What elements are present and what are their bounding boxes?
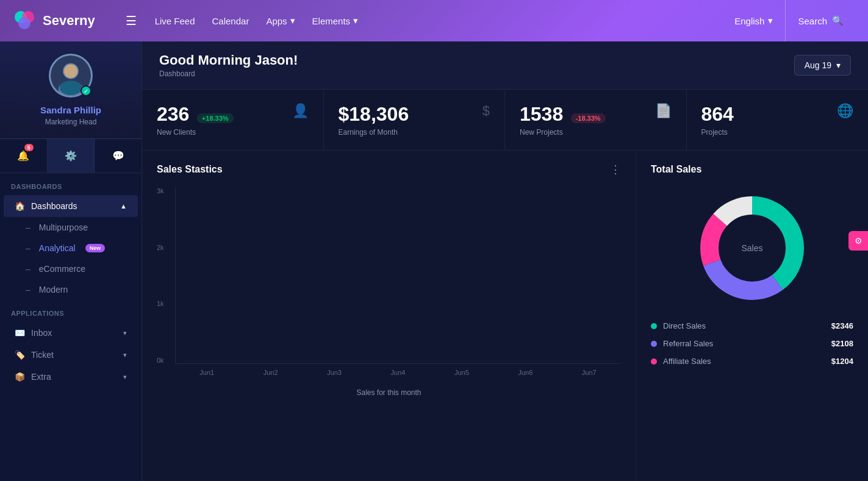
stat-number-total-projects: 864 (701, 103, 734, 126)
x-label-Jun3: Jun3 (303, 364, 366, 382)
clients-icon: 👤 (292, 103, 309, 119)
legend-item-referral: Referral Sales $2108 (651, 339, 853, 348)
stat-label-earnings: Earnings of Month (339, 128, 409, 137)
x-label-Jun5: Jun5 (430, 364, 493, 382)
legend-value-direct: $2346 (831, 321, 853, 330)
sidebar-item-extra[interactable]: 📦 Extra ▾ (4, 366, 138, 388)
charts-row: ⋮ Sales Stastics 3k 2k 1k 0k Jun1Jun2Jun… (142, 151, 868, 481)
bar-chart-wrap: 3k 2k 1k 0k Jun1Jun2Jun3Jun4Jun5Jun6Jun7 (157, 187, 621, 382)
stat-label-projects: New Projects (520, 128, 606, 137)
language-selector[interactable]: English ▾ (722, 0, 786, 41)
settings-tab-icon: ⚙ (855, 236, 863, 246)
home-icon: 🏠 (15, 201, 25, 211)
sidebar-item-modern[interactable]: Modern (4, 279, 138, 300)
chart-more-button[interactable]: ⋮ (610, 163, 621, 176)
legend-dot-referral (651, 341, 657, 347)
chart-header: ⋮ Sales Stastics (157, 164, 621, 175)
search-icon: 🔍 (832, 15, 844, 26)
earnings-icon: $ (482, 103, 490, 119)
stat-number-projects: 1538 -18.33% (520, 103, 606, 126)
avatar-wrap: ✓ (49, 54, 93, 98)
chat-icon: 💬 (112, 150, 124, 162)
settings-button[interactable]: ⚙️ (48, 139, 95, 173)
notifications-button[interactable]: 🔔 5 (0, 139, 48, 173)
messages-button[interactable]: 💬 (95, 139, 142, 173)
x-label-Jun4: Jun4 (366, 364, 429, 382)
globe-icon: 🌐 (837, 103, 853, 119)
stat-label-clients: New Clients (157, 128, 234, 137)
profile-name: Sandra Phillip (40, 105, 101, 115)
legend-item-affiliate: Affiliate Sales $1204 (651, 357, 853, 366)
inbox-icon: ✉️ (15, 328, 25, 338)
main-content: Good Morning Jason! Dashboard Aug 19 ▾ 2… (142, 41, 868, 481)
extra-icon: 📦 (15, 372, 25, 382)
nav-links: Live Feed Calendar Apps ▾ Elements ▾ (155, 15, 705, 26)
sidebar: ✓ Sandra Phillip Marketing Head 🔔 5 ⚙️ 💬… (0, 41, 142, 481)
stats-row: 236 +18.33% New Clients 👤 $18,306 Earnin… (142, 90, 868, 151)
sidebar-item-multipurpose[interactable]: Multipurpose (4, 217, 138, 238)
x-label-Jun2: Jun2 (239, 364, 302, 382)
stat-badge-projects: -18.33% (571, 113, 606, 123)
header-left: Good Morning Jason! Dashboard (159, 52, 298, 78)
x-label-Jun7: Jun7 (558, 364, 621, 382)
bar-chart-area (175, 187, 621, 364)
y-axis-labels: 3k 2k 1k 0k (157, 187, 164, 364)
lang-chevron-icon: ▾ (768, 15, 773, 26)
x-label-Jun6: Jun6 (493, 364, 557, 382)
sidebar-item-dashboards[interactable]: 🏠 Dashboards ▲ (4, 195, 138, 217)
stat-card-clients: 236 +18.33% New Clients 👤 (142, 90, 324, 150)
svg-point-7 (60, 80, 82, 95)
legend-value-referral: $2108 (831, 339, 853, 348)
hamburger-icon[interactable]: ☰ (126, 13, 137, 28)
sales-chart-subtitle: Sales for this month (157, 388, 621, 397)
settings-side-tab[interactable]: ⚙ (848, 231, 868, 251)
new-badge: New (85, 244, 106, 252)
elements-chevron-icon: ▾ (353, 15, 358, 26)
stat-left: 236 +18.33% New Clients (157, 103, 234, 137)
sidebar-item-analytical[interactable]: Analytical New (4, 238, 138, 258)
ticket-icon: 🏷️ (15, 350, 25, 360)
nav-elements[interactable]: Elements ▾ (312, 15, 359, 26)
sidebar-item-inbox[interactable]: ✉️ Inbox ▾ (4, 322, 138, 344)
greeting-text: Good Morning Jason! (159, 52, 298, 68)
legend-dot-affiliate (651, 358, 657, 365)
stat-card-earnings: $18,306 Earnings of Month $ (324, 90, 506, 150)
logo-area: Severny (12, 9, 95, 33)
nav-calendar[interactable]: Calendar (212, 16, 249, 26)
legend-dot-direct (651, 323, 657, 329)
svg-point-6 (64, 65, 77, 78)
bell-icon: 🔔 (17, 150, 29, 162)
legend-label-referral: Referral Sales (663, 339, 831, 348)
app-name: Severny (43, 13, 95, 29)
stat-left: 864 Projects (701, 103, 734, 137)
nav-live-feed[interactable]: Live Feed (155, 16, 195, 26)
main-layout: ✓ Sandra Phillip Marketing Head 🔔 5 ⚙️ 💬… (0, 41, 868, 481)
legend-value-affiliate: $1204 (831, 357, 853, 366)
dashboard-label: Dashboard (159, 69, 298, 78)
total-sales-chart: Total Sales (636, 151, 868, 481)
gear-icon: ⚙️ (65, 150, 77, 162)
search-area[interactable]: Search 🔍 (786, 0, 856, 41)
donut-center-label: Sales (741, 243, 762, 253)
notification-badge: 5 (24, 144, 34, 151)
sidebar-item-ecommerce[interactable]: eCommerce (4, 258, 138, 279)
avatar-online-badge: ✓ (81, 85, 91, 96)
inbox-chevron-icon: ▾ (123, 329, 127, 337)
profile-role: Marketing Head (45, 118, 97, 126)
sidebar-item-ticket[interactable]: 🏷️ Ticket ▾ (4, 344, 138, 366)
total-sales-title: Total Sales (651, 164, 853, 175)
donut-container: Sales (691, 187, 813, 309)
sidebar-icon-row: 🔔 5 ⚙️ 💬 (0, 139, 142, 173)
date-chevron-icon: ▾ (836, 60, 841, 70)
nav-apps[interactable]: Apps ▾ (266, 15, 295, 26)
date-button[interactable]: Aug 19 ▾ (794, 55, 851, 76)
stat-number-clients: 236 +18.33% (157, 103, 234, 126)
stat-number-earnings: $18,306 (339, 103, 409, 126)
logo-icon (12, 9, 37, 33)
sidebar-profile: ✓ Sandra Phillip Marketing Head (0, 41, 142, 139)
nav-right: English ▾ Search 🔍 (722, 0, 856, 41)
x-label-Jun1: Jun1 (175, 364, 239, 382)
legend: Direct Sales $2346 Referral Sales $2108 … (651, 321, 853, 366)
ticket-chevron-icon: ▾ (123, 351, 127, 359)
projects-icon: 📄 (655, 103, 672, 119)
